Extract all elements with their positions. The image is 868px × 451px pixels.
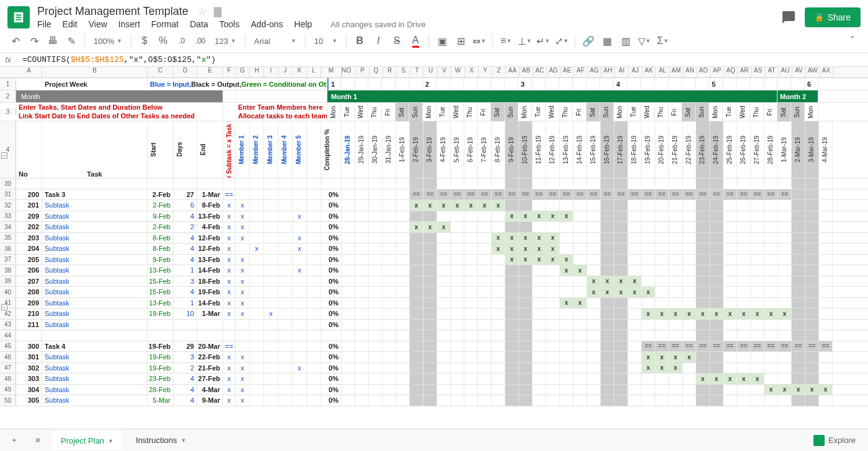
cell[interactable]: Member 4 [278, 121, 293, 178]
col-header[interactable]: A [16, 67, 42, 77]
cell[interactable] [574, 374, 587, 384]
cell[interactable]: x [236, 395, 250, 406]
cell[interactable]: 205 [16, 255, 42, 265]
cell[interactable] [342, 395, 355, 406]
cell[interactable] [355, 309, 369, 319]
cell[interactable] [737, 200, 751, 211]
cell[interactable]: 4-Feb-19 [437, 121, 451, 178]
cell[interactable] [478, 341, 492, 352]
cell[interactable]: x [533, 233, 546, 243]
cell[interactable] [236, 243, 250, 254]
cell[interactable] [451, 341, 464, 352]
cell[interactable] [737, 352, 751, 362]
cell[interactable] [451, 374, 464, 384]
cell[interactable]: 200 [16, 190, 42, 200]
cell[interactable] [737, 320, 751, 330]
cell[interactable] [250, 287, 264, 297]
cell[interactable] [293, 200, 307, 211]
cell[interactable] [751, 385, 764, 395]
cell[interactable] [710, 287, 724, 297]
cell[interactable] [369, 233, 383, 243]
cell[interactable] [223, 330, 236, 341]
cell[interactable] [505, 265, 519, 276]
cell[interactable] [668, 78, 682, 90]
col-header[interactable]: T [410, 67, 424, 77]
cell[interactable] [792, 178, 805, 189]
cell[interactable] [437, 374, 451, 384]
cell[interactable] [236, 190, 250, 200]
cell[interactable] [264, 352, 278, 362]
cell[interactable]: 0% [321, 287, 342, 297]
cell[interactable] [669, 395, 683, 406]
cell[interactable] [396, 222, 410, 232]
cell[interactable]: Tue [723, 103, 737, 121]
cell[interactable] [560, 233, 574, 243]
cell[interactable]: == [792, 341, 805, 352]
cell[interactable]: x [236, 309, 250, 319]
chart-icon[interactable]: ▥ [618, 33, 634, 49]
cell[interactable]: Mon [709, 103, 723, 121]
cell[interactable] [307, 363, 321, 374]
cell[interactable] [792, 233, 805, 243]
cell[interactable] [574, 320, 587, 330]
cell[interactable]: Completion % [321, 121, 342, 178]
cell[interactable] [601, 243, 614, 254]
cell[interactable] [696, 78, 709, 90]
cell[interactable] [519, 222, 533, 232]
cell[interactable] [683, 255, 696, 265]
cell[interactable] [737, 385, 751, 395]
cell[interactable]: x [223, 276, 236, 287]
cell[interactable] [396, 374, 410, 384]
cell[interactable]: Thu [750, 103, 764, 121]
cell[interactable] [628, 341, 642, 352]
cell[interactable] [737, 395, 751, 406]
cell[interactable] [696, 265, 710, 276]
cell[interactable] [533, 330, 546, 341]
cell[interactable] [805, 298, 819, 309]
cell[interactable]: x [236, 222, 250, 232]
cell[interactable] [437, 276, 451, 287]
cell[interactable] [383, 330, 396, 341]
cell[interactable]: 3 [518, 78, 532, 90]
col-header[interactable]: E [197, 67, 223, 77]
format-select[interactable]: 123▼ [211, 35, 240, 47]
cell[interactable] [683, 200, 696, 211]
cell[interactable] [307, 330, 321, 341]
cell[interactable] [464, 243, 478, 254]
cell[interactable] [710, 255, 724, 265]
cell[interactable] [437, 178, 451, 189]
cell[interactable]: Sun [409, 103, 423, 121]
cell[interactable]: 210 [16, 309, 42, 319]
cell[interactable]: 19-Feb [148, 352, 174, 362]
cell[interactable]: x [764, 309, 778, 319]
cell[interactable]: Subtask [42, 320, 148, 330]
cell[interactable] [614, 352, 628, 362]
cell[interactable] [383, 309, 396, 319]
cell[interactable] [778, 395, 792, 406]
cell[interactable] [614, 330, 628, 341]
cell[interactable] [342, 385, 355, 395]
cell[interactable]: 2 [174, 363, 197, 374]
cell[interactable] [614, 341, 628, 352]
cell[interactable] [492, 385, 505, 395]
menu-help[interactable]: Help [294, 19, 312, 29]
cell[interactable] [601, 233, 614, 243]
cell[interactable]: == [614, 190, 628, 200]
cell[interactable]: x [223, 374, 236, 384]
cell[interactable] [250, 363, 264, 374]
cell[interactable] [519, 374, 533, 384]
cell[interactable] [710, 233, 724, 243]
cell[interactable]: x [546, 255, 560, 265]
cell[interactable] [805, 200, 819, 211]
cell[interactable] [819, 320, 833, 330]
cell[interactable] [355, 211, 369, 222]
cell[interactable]: 19-Feb [197, 287, 223, 297]
cell[interactable]: x [236, 385, 250, 395]
cell[interactable] [423, 363, 437, 374]
row-header[interactable]: 48 [0, 374, 16, 384]
cell[interactable] [519, 309, 533, 319]
cell[interactable] [819, 233, 833, 243]
cell[interactable]: 27-Feb [197, 374, 223, 384]
cell[interactable] [737, 255, 751, 265]
cell[interactable]: 0% [321, 255, 342, 265]
